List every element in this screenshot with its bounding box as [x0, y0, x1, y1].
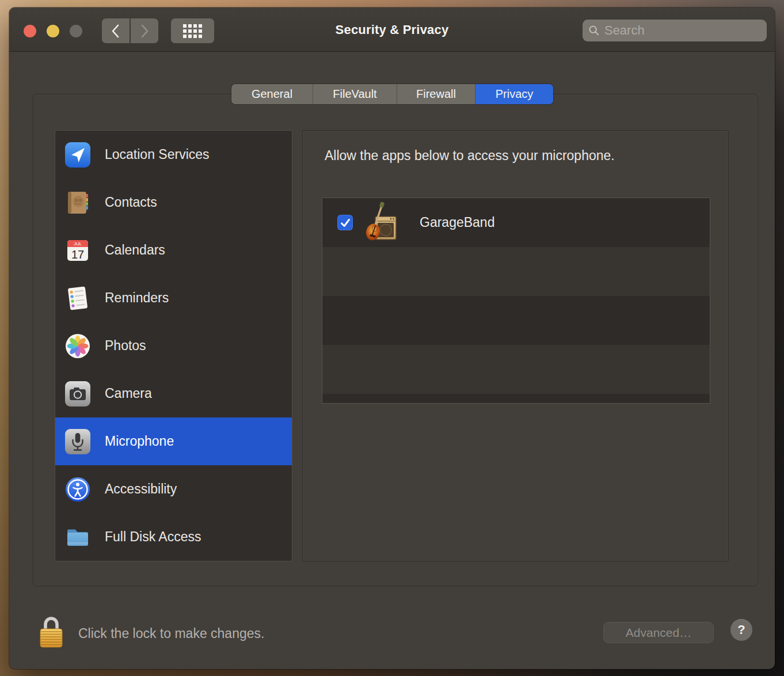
show-all-button[interactable]	[171, 18, 214, 43]
chevron-left-icon	[110, 24, 121, 39]
close-button[interactable]	[24, 25, 36, 37]
sidebar-item-camera[interactable]: Camera	[55, 370, 292, 417]
camera-icon	[64, 381, 91, 407]
lock-caption: Click the lock to make changes.	[78, 626, 264, 641]
privacy-sidebar: Location Services Contacts JUL	[55, 130, 292, 561]
sidebar-item-label: Contacts	[105, 195, 157, 210]
sidebar-item-label: Photos	[105, 338, 146, 354]
garageband-icon	[363, 202, 398, 244]
reminders-icon	[64, 285, 91, 312]
sidebar-item-calendars[interactable]: JUL 17 Calendars	[55, 226, 292, 274]
photos-icon	[64, 333, 91, 359]
sidebar-item-accessibility[interactable]: Accessibility	[55, 465, 292, 513]
sidebar-item-location-services[interactable]: Location Services	[55, 131, 292, 179]
security-privacy-window: Security & Privacy General FileVault Fir…	[9, 7, 775, 669]
sidebar-item-label: Microphone	[105, 434, 174, 449]
lock-icon[interactable]	[38, 612, 64, 649]
checkmark-icon	[339, 217, 352, 229]
sidebar-item-label: Calendars	[105, 242, 165, 258]
titlebar: Security & Privacy	[9, 7, 775, 52]
sidebar-item-label: Full Disk Access	[105, 529, 201, 545]
microphone-icon	[64, 428, 91, 455]
sidebar-item-label: Reminders	[105, 290, 169, 306]
sidebar-item-full-disk-access[interactable]: Full Disk Access	[55, 513, 292, 561]
tab-bar: General FileVault Firewall Privacy	[231, 84, 553, 104]
tab-privacy[interactable]: Privacy	[475, 84, 553, 104]
sidebar-item-label: Location Services	[105, 147, 210, 162]
sidebar-item-label: Accessibility	[105, 481, 177, 497]
panel-heading: Allow the apps below to access your micr…	[325, 148, 615, 164]
folder-icon	[64, 524, 91, 550]
accessibility-icon	[64, 476, 91, 503]
advanced-button[interactable]: Advanced…	[603, 622, 714, 643]
app-list[interactable]: GarageBand	[322, 198, 710, 404]
sidebar-item-contacts[interactable]: Contacts	[55, 179, 292, 226]
tab-firewall[interactable]: Firewall	[397, 84, 475, 104]
microphone-panel: Allow the apps below to access your micr…	[302, 130, 729, 561]
location-icon	[64, 142, 91, 168]
contacts-icon	[64, 189, 91, 216]
sidebar-item-label: Camera	[105, 386, 152, 401]
svg-text:17: 17	[71, 248, 84, 261]
garageband-checkbox[interactable]	[337, 215, 353, 230]
app-name: GarageBand	[420, 215, 494, 230]
search-icon	[588, 24, 600, 37]
tab-general[interactable]: General	[231, 84, 313, 104]
tab-filevault[interactable]: FileVault	[313, 84, 397, 104]
help-button[interactable]: ?	[730, 619, 752, 641]
search-field[interactable]	[583, 20, 767, 41]
sidebar-item-photos[interactable]: Photos	[55, 322, 292, 370]
sidebar-item-reminders[interactable]: Reminders	[55, 274, 292, 322]
zoom-button[interactable]	[70, 25, 82, 37]
svg-text:JUL: JUL	[74, 241, 82, 246]
calendar-icon: JUL 17	[64, 237, 91, 264]
app-row-garageband[interactable]: GarageBand	[322, 198, 710, 247]
sidebar-item-microphone[interactable]: Microphone	[55, 417, 292, 465]
minimize-button[interactable]	[47, 25, 59, 37]
chevron-right-icon	[139, 24, 150, 39]
forward-button[interactable]	[131, 18, 158, 43]
back-button[interactable]	[102, 18, 130, 43]
grid-icon	[183, 24, 202, 38]
search-input[interactable]	[604, 23, 761, 38]
